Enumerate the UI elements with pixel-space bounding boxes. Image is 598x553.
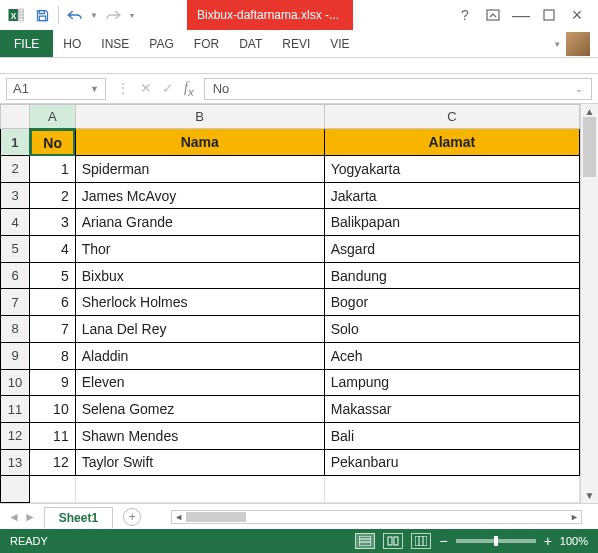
enter-formula-icon[interactable]: ✓: [162, 80, 174, 96]
cell-no[interactable]: 7: [30, 316, 76, 343]
tab-review[interactable]: REVI: [272, 30, 320, 57]
tab-formulas[interactable]: FOR: [184, 30, 229, 57]
vertical-scrollbar[interactable]: ▲ ▼: [580, 104, 598, 503]
cell-no[interactable]: 11: [30, 422, 76, 449]
file-tab[interactable]: FILE: [0, 30, 53, 57]
row-header[interactable]: 4: [1, 209, 30, 236]
cell-alamat[interactable]: Solo: [324, 316, 579, 343]
zoom-in-icon[interactable]: +: [544, 533, 552, 549]
vscroll-track[interactable]: [581, 117, 598, 490]
tab-insert[interactable]: INSE: [91, 30, 139, 57]
cell-b1[interactable]: Nama: [75, 129, 324, 156]
cell-empty[interactable]: [75, 476, 324, 503]
cell-nama[interactable]: Shawn Mendes: [75, 422, 324, 449]
row-header[interactable]: 10: [1, 369, 30, 396]
save-icon[interactable]: [30, 3, 54, 27]
cell-alamat[interactable]: Jakarta: [324, 182, 579, 209]
cell-alamat[interactable]: Bandung: [324, 262, 579, 289]
ribbon-display-options-icon[interactable]: [480, 3, 506, 27]
formula-expand-icon[interactable]: ⌄: [575, 84, 583, 94]
qat-customize-icon[interactable]: ▾: [127, 3, 137, 27]
row-header[interactable]: .: [1, 476, 30, 503]
row-header[interactable]: 9: [1, 342, 30, 369]
cell-c1[interactable]: Alamat: [324, 129, 579, 156]
undo-dropdown-icon[interactable]: ▼: [89, 3, 99, 27]
zoom-value[interactable]: 100%: [560, 535, 588, 547]
tab-view[interactable]: VIE: [320, 30, 359, 57]
row-header[interactable]: 6: [1, 262, 30, 289]
close-icon[interactable]: ×: [564, 3, 590, 27]
cell-empty[interactable]: [30, 476, 76, 503]
sheet-nav[interactable]: ◄ ►: [0, 510, 44, 524]
undo-icon[interactable]: [63, 3, 87, 27]
col-header-a[interactable]: A: [30, 105, 76, 129]
row-header[interactable]: 3: [1, 182, 30, 209]
cancel-formula-icon[interactable]: ✕: [140, 80, 152, 96]
new-sheet-icon[interactable]: +: [123, 508, 141, 526]
tab-data[interactable]: DAT: [229, 30, 272, 57]
zoom-out-icon[interactable]: −: [439, 533, 447, 549]
name-box[interactable]: A1 ▼: [6, 78, 106, 100]
sheet-tab-active[interactable]: Sheet1: [44, 507, 113, 528]
user-avatar[interactable]: [566, 32, 590, 56]
cell-alamat[interactable]: Asgard: [324, 236, 579, 263]
horizontal-scrollbar[interactable]: ◄ ►: [171, 510, 582, 524]
cell-no[interactable]: 12: [30, 449, 76, 476]
formula-more-icon[interactable]: ⋮: [116, 80, 130, 96]
cell-alamat[interactable]: Bogor: [324, 289, 579, 316]
ribbon-collapse-icon[interactable]: ▾: [555, 39, 560, 49]
cell-alamat[interactable]: Pekanbaru: [324, 449, 579, 476]
cell-nama[interactable]: Selena Gomez: [75, 396, 324, 423]
cell-nama[interactable]: Ariana Grande: [75, 209, 324, 236]
col-header-c[interactable]: C: [324, 105, 579, 129]
restore-icon[interactable]: [536, 3, 562, 27]
cell-alamat[interactable]: Lampung: [324, 369, 579, 396]
zoom-slider-thumb[interactable]: [494, 536, 498, 546]
excel-logo-icon[interactable]: X: [4, 3, 28, 27]
cell-alamat[interactable]: Bali: [324, 422, 579, 449]
hscroll-left-icon[interactable]: ◄: [174, 512, 183, 522]
cell-nama[interactable]: Sherlock Holmes: [75, 289, 324, 316]
hscroll-right-icon[interactable]: ►: [570, 512, 579, 522]
name-box-dropdown-icon[interactable]: ▼: [90, 84, 99, 94]
view-page-break-icon[interactable]: [411, 533, 431, 549]
cell-nama[interactable]: Lana Del Rey: [75, 316, 324, 343]
cell-no[interactable]: 1: [30, 156, 76, 183]
cell-no[interactable]: 4: [30, 236, 76, 263]
cell-alamat[interactable]: Balikpapan: [324, 209, 579, 236]
row-header[interactable]: 13: [1, 449, 30, 476]
row-header[interactable]: 5: [1, 236, 30, 263]
cell-alamat[interactable]: Makassar: [324, 396, 579, 423]
row-header[interactable]: 12: [1, 422, 30, 449]
worksheet-grid[interactable]: A B C 1 No Nama Alamat 21SpidermanYogyak…: [0, 104, 598, 503]
cell-nama[interactable]: Bixbux: [75, 262, 324, 289]
cell-nama[interactable]: James McAvoy: [75, 182, 324, 209]
formula-input[interactable]: No ⌄: [204, 78, 592, 100]
cell-no[interactable]: 5: [30, 262, 76, 289]
cell-no[interactable]: 6: [30, 289, 76, 316]
zoom-slider[interactable]: [456, 539, 536, 543]
row-header[interactable]: 8: [1, 316, 30, 343]
col-header-b[interactable]: B: [75, 105, 324, 129]
cell-no[interactable]: 10: [30, 396, 76, 423]
cell-a1[interactable]: No: [30, 129, 76, 156]
tab-home[interactable]: HO: [53, 30, 91, 57]
cell-no[interactable]: 3: [30, 209, 76, 236]
cell-nama[interactable]: Eleven: [75, 369, 324, 396]
row-header[interactable]: 2: [1, 156, 30, 183]
hscroll-thumb[interactable]: [186, 512, 246, 522]
cell-no[interactable]: 9: [30, 369, 76, 396]
vscroll-thumb[interactable]: [583, 117, 596, 177]
cell-alamat[interactable]: Yogyakarta: [324, 156, 579, 183]
scroll-up-icon[interactable]: ▲: [585, 106, 595, 117]
sheet-next-icon[interactable]: ►: [24, 510, 36, 524]
cell-nama[interactable]: Aladdin: [75, 342, 324, 369]
cells-table[interactable]: A B C 1 No Nama Alamat 21SpidermanYogyak…: [0, 104, 580, 503]
scroll-down-icon[interactable]: ▼: [585, 490, 595, 501]
view-normal-icon[interactable]: [355, 533, 375, 549]
cell-nama[interactable]: Spiderman: [75, 156, 324, 183]
redo-icon[interactable]: [101, 3, 125, 27]
row-header-1[interactable]: 1: [1, 129, 30, 156]
cell-empty[interactable]: [324, 476, 579, 503]
cell-no[interactable]: 8: [30, 342, 76, 369]
